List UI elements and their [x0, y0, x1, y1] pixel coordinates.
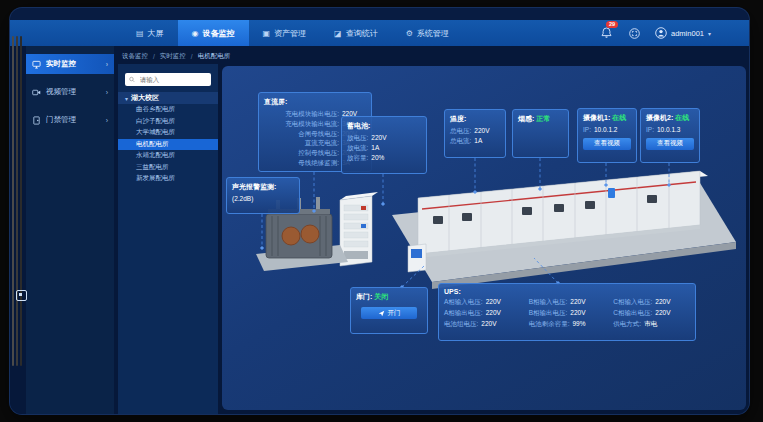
nav-tab-label: 大屏 — [148, 28, 164, 39]
tree-item-station-active[interactable]: 电机配电所 — [118, 139, 218, 151]
field-value: 220V — [486, 297, 501, 307]
card-title: 直流屏: — [264, 97, 366, 107]
breadcrumb-current: 电机配电所 — [198, 52, 231, 61]
field-label: A相输入电压: — [444, 297, 483, 307]
device-monitor-icon: ◉ — [192, 29, 199, 38]
tree-search — [125, 73, 211, 86]
view-video-button[interactable]: 查看视频 — [646, 138, 694, 150]
stats-icon: ◪ — [334, 29, 342, 38]
field-label: 放容量: — [347, 153, 368, 163]
status-badge: 在线 — [612, 114, 626, 121]
sidebar: 实时监控 › 视频管理 › 门禁管理 › — [26, 46, 114, 414]
nav-tab-system[interactable]: ⚙ 系统管理 — [392, 20, 463, 46]
nav-tab-device-monitor[interactable]: ◉ 设备监控 — [178, 20, 249, 46]
sound-alarm-card: 声光报警监测: (2.2dB) — [226, 177, 300, 214]
field-value: 10.0.1.2 — [594, 125, 618, 135]
view-video-button[interactable]: 查看视频 — [583, 138, 631, 150]
card-title-row: 摄像机1: 在线 — [583, 113, 631, 123]
nav-tab-stats[interactable]: ◪ 查询统计 — [320, 20, 392, 46]
station-tree-panel: ▾ 湖大校区 曲谷乡配电所 白沙子配电所 大学城配电所 电机配电所 永靖北配电所… — [118, 64, 218, 414]
card-title: 摄像机2: — [646, 114, 673, 121]
data-row: IP:10.0.1.3 — [646, 125, 694, 135]
status-badge: 正常 — [536, 115, 550, 122]
nav-tab-label: 资产管理 — [274, 28, 306, 39]
sidebar-item-label: 门禁管理 — [46, 115, 76, 125]
fullscreen-icon — [629, 28, 640, 39]
collapse-sidebar-icon[interactable] — [16, 290, 27, 301]
sidebar-item-label: 实时监控 — [46, 59, 76, 69]
nav-tab-assets[interactable]: ▣ 资产管理 — [249, 20, 321, 46]
left-edge-decoration — [10, 36, 26, 366]
card-title: 烟感: — [518, 115, 534, 122]
ups-grid: A相输入电压:220V B相输入电压:220V C相输入电压:220V A相输出… — [444, 297, 690, 328]
open-door-label: 开门 — [388, 309, 401, 318]
field-label: C相输出电压: — [613, 308, 652, 318]
user-menu-caret-icon: ▾ — [708, 30, 711, 37]
system-icon: ⚙ — [406, 29, 413, 38]
field-label: B相输出电压: — [529, 308, 568, 318]
data-row: 供电方式:市电 — [613, 319, 690, 329]
tree-item-station[interactable]: 永靖北配电所 — [118, 150, 218, 162]
chevron-right-icon: › — [106, 117, 108, 124]
search-icon — [129, 76, 135, 83]
field-label: IP: — [583, 125, 591, 135]
data-row: B相输入电压:220V — [529, 297, 606, 307]
card-title-row: 烟感: 正常 — [518, 114, 563, 124]
field-label: 充电模块输出电压: — [264, 109, 339, 119]
card-title: 温度: — [450, 114, 500, 124]
tree-root-label: 湖大校区 — [131, 93, 159, 103]
tree-item-label: 三益配电所 — [136, 163, 169, 172]
data-row: (2.2dB) — [232, 194, 294, 204]
nav-tab-label: 查询统计 — [346, 28, 378, 39]
open-door-button[interactable]: 开门 — [361, 307, 417, 319]
breadcrumb: 设备监控 / 实时监控 / 电机配电所 — [122, 52, 230, 61]
field-label: 电池组电压: — [444, 319, 478, 329]
field-label: A相输出电压: — [444, 308, 483, 318]
breadcrumb-item[interactable]: 实时监控 — [160, 52, 186, 61]
fullscreen-button[interactable] — [627, 26, 641, 40]
card-title: 库门: — [356, 293, 372, 300]
navbar-right: 29 admin001 ▾ — [599, 20, 711, 46]
nav-tabs: ▤ 大屏 ◉ 设备监控 ▣ 资产管理 ◪ 查询统计 ⚙ 系统管理 — [122, 20, 463, 46]
tree-item-station[interactable]: 白沙子配电所 — [118, 116, 218, 128]
sidebar-item-realtime-monitor[interactable]: 实时监控 › — [26, 54, 114, 74]
temperature-panel-card: 温度: 总电压:220V 总电流:1A — [444, 109, 506, 158]
tree-item-station[interactable]: 新发展配电所 — [118, 173, 218, 185]
data-row: A相输入电压:220V — [444, 297, 521, 307]
sidebar-item-label: 视频管理 — [46, 87, 76, 97]
field-value: 220V — [655, 308, 670, 318]
nav-tab-dashboard[interactable]: ▤ 大屏 — [122, 20, 178, 46]
screenshot-canvas: { "topbar": { "tabs": [ {"label": "大屏", … — [0, 0, 763, 422]
field-label: 控制母线电压: — [264, 148, 339, 158]
field-value: 220V — [371, 133, 386, 143]
data-row: 放电压:220V — [347, 133, 421, 143]
video-icon — [32, 88, 41, 97]
door-card: 库门: 关闭 开门 — [350, 287, 428, 334]
data-row: 放容量:20% — [347, 153, 421, 163]
sidebar-item-access-control[interactable]: 门禁管理 › — [26, 110, 114, 130]
tree-item-station[interactable]: 曲谷乡配电所 — [118, 104, 218, 116]
camera2-card: 摄像机2: 在线 IP:10.0.1.3 查看视频 — [640, 108, 700, 163]
data-row: 电池组电压:220V — [444, 319, 521, 329]
field-value: 99% — [572, 319, 585, 329]
data-row: A相输出电压:220V — [444, 308, 521, 318]
tree-item-label: 电机配电所 — [136, 140, 169, 149]
card-title-row: 摄像机2: 在线 — [646, 113, 694, 123]
field-label: 总电压: — [450, 126, 471, 136]
notifications-button[interactable]: 29 — [599, 26, 613, 40]
sidebar-item-video-management[interactable]: 视频管理 › — [26, 82, 114, 102]
field-label: C相输入电压: — [613, 297, 652, 307]
breadcrumb-item[interactable]: 设备监控 — [122, 52, 148, 61]
tree-item-station[interactable]: 三益配电所 — [118, 162, 218, 174]
card-title-row: 库门: 关闭 — [356, 292, 422, 302]
data-row: C相输入电压:220V — [613, 297, 690, 307]
tree-root-node[interactable]: ▾ 湖大校区 — [118, 92, 218, 104]
bell-icon — [601, 27, 612, 39]
battery-panel-card: 蓄电池: 放电压:220V 放电流:1A 放容量:20% — [341, 116, 427, 174]
breadcrumb-separator: / — [191, 53, 193, 60]
tree-item-station[interactable]: 大学城配电所 — [118, 127, 218, 139]
caret-down-icon: ▾ — [125, 95, 128, 102]
user-menu[interactable]: admin001 ▾ — [655, 27, 711, 39]
tree-search-input[interactable] — [138, 75, 207, 84]
ups-card: UPS: A相输入电压:220V B相输入电压:220V C相输入电压:220V… — [438, 283, 696, 341]
